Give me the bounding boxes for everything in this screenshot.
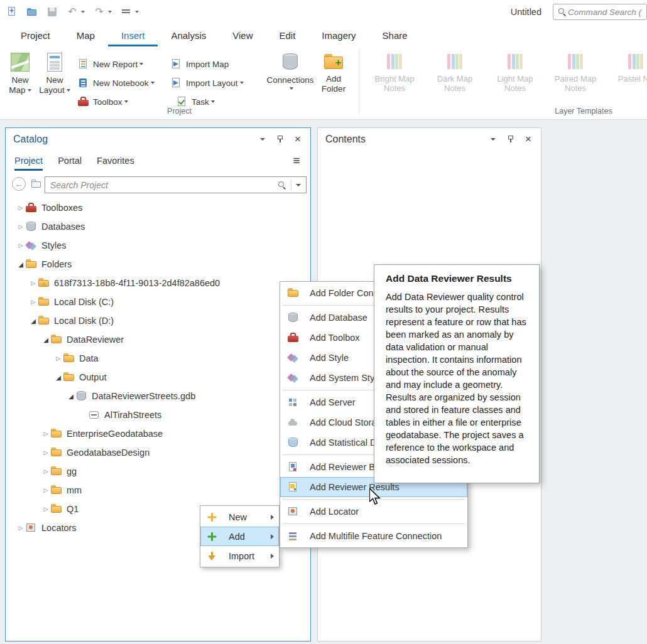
context-menu-item-import[interactable]: Import: [200, 546, 279, 566]
tree-item-data[interactable]: Data: [6, 349, 310, 368]
new-map-button[interactable]: New Map: [5, 50, 35, 110]
pane-options-chevron-icon[interactable]: [258, 134, 268, 144]
ribbon-tab-label: Map: [77, 30, 95, 41]
layer-template-item[interactable]: Light Map Notes: [487, 50, 543, 110]
submenu-arrow-icon: [271, 534, 274, 539]
layer-template-item[interactable]: Dark Map Notes: [427, 50, 482, 110]
menu-item-icon: [288, 353, 298, 363]
submenu-arrow-icon: [271, 554, 274, 559]
menu-item-label: Add Style: [310, 353, 349, 363]
new-report-button[interactable]: New Report: [78, 55, 143, 73]
expander-icon[interactable]: [53, 355, 63, 362]
new-project-icon[interactable]: [6, 6, 18, 18]
ribbon-tab-insert[interactable]: Insert: [108, 24, 158, 46]
expander-icon[interactable]: [41, 449, 51, 456]
expander-icon[interactable]: [28, 280, 38, 286]
layer-template-label: Dark Map Notes: [427, 74, 482, 93]
ribbon-tab-edit[interactable]: Edit: [266, 24, 309, 46]
context-menu-item-add[interactable]: Add: [200, 527, 279, 546]
menu-hamburger-icon[interactable]: [290, 154, 303, 168]
redo-icon[interactable]: [94, 6, 105, 18]
expander-icon[interactable]: [16, 205, 26, 211]
ribbon-tab-view[interactable]: View: [219, 24, 266, 46]
menu-item-icon: [288, 333, 298, 343]
undo-dropdown-chevron-icon[interactable]: [81, 11, 85, 13]
expander-icon[interactable]: [41, 336, 51, 343]
connections-button[interactable]: Connections: [268, 50, 313, 110]
menu-item-add-multifile-feature-connection[interactable]: Add Multifile Feature Connection: [280, 526, 467, 546]
customize-dropdown-chevron-icon[interactable]: [135, 11, 139, 13]
save-project-icon[interactable]: [46, 6, 58, 18]
pin-icon[interactable]: [275, 134, 285, 144]
catalog-tab-favorites[interactable]: Favorites: [97, 151, 134, 171]
catalog-tab-project[interactable]: Project: [14, 151, 43, 171]
tree-item-altirahstreets[interactable]: AlTirahStreets: [6, 405, 310, 424]
ribbon-tab-project[interactable]: Project: [8, 24, 63, 46]
ribbon-tab-analysis[interactable]: Analysis: [158, 24, 219, 46]
tree-item-local-disk-c[interactable]: Local Disk (C:): [6, 292, 310, 311]
tree-item-enterprisegeodatabase[interactable]: EnterpriseGeodatabase: [6, 424, 310, 443]
command-search-box[interactable]: [553, 4, 647, 20]
tree-item-folders[interactable]: Folders: [6, 255, 310, 274]
pin-icon[interactable]: [506, 134, 516, 144]
tree-item-mm[interactable]: mm: [6, 481, 310, 500]
expander-icon[interactable]: [41, 468, 51, 475]
ribbon-tab-share[interactable]: Share: [369, 24, 421, 46]
tree-item-gg[interactable]: gg: [6, 462, 310, 481]
catalog-search-box[interactable]: [45, 176, 307, 193]
undo-icon[interactable]: [67, 6, 78, 18]
add-folder-button[interactable]: Add Folder: [315, 50, 352, 110]
tree-item-label: gg: [67, 466, 77, 476]
menu-item-label: Add System Style: [310, 373, 381, 383]
tree-item-project-home-folder[interactable]: 618f7313-18b8-4f11-9013-2d4f82a86ed0: [6, 274, 310, 292]
search-options-chevron-icon[interactable]: [296, 184, 301, 186]
layer-template-item[interactable]: Bright Map Notes: [367, 50, 422, 110]
location-folder-icon[interactable]: [31, 180, 41, 190]
close-icon[interactable]: [293, 134, 303, 144]
expander-icon[interactable]: [41, 506, 51, 512]
layer-template-item[interactable]: Pastel No: [608, 50, 647, 110]
command-search-input[interactable]: [567, 7, 646, 18]
catalog-tab-portal[interactable]: Portal: [58, 151, 82, 171]
expander-icon[interactable]: [16, 223, 26, 230]
tree-item-datareviewer[interactable]: DataReviewer: [6, 330, 310, 349]
expander-icon[interactable]: [16, 242, 26, 249]
customize-quick-access-icon[interactable]: [121, 6, 132, 18]
context-menu-item-new[interactable]: New: [200, 507, 279, 527]
redo-dropdown-chevron-icon[interactable]: [108, 11, 112, 13]
expander-icon[interactable]: [28, 299, 38, 305]
layer-template-icon: [628, 54, 643, 69]
new-layout-button[interactable]: New Layout: [38, 50, 72, 110]
expander-icon[interactable]: [28, 318, 38, 325]
back-arrow-icon[interactable]: [12, 177, 26, 191]
tree-item-databases[interactable]: Databases: [6, 217, 310, 236]
tree-item-toolboxes[interactable]: Toolboxes: [6, 198, 310, 217]
tree-item-datareviewerstreets-gdb[interactable]: DataReviewerStreets.gdb: [6, 387, 310, 405]
expander-icon[interactable]: [41, 487, 51, 493]
tree-item-styles[interactable]: Styles: [6, 236, 310, 255]
expander-icon[interactable]: [41, 431, 51, 437]
layer-template-item[interactable]: Paired Map Notes: [548, 50, 603, 110]
context-menu-item-icon: [207, 512, 217, 522]
ribbon-tab-map[interactable]: Map: [63, 24, 108, 46]
catalog-search-input[interactable]: [45, 180, 278, 190]
import-map-button[interactable]: Import Map: [171, 55, 229, 73]
tree-item-output[interactable]: Output: [6, 368, 310, 387]
tree-item-geodatabasedesign[interactable]: GeodatabaseDesign: [6, 443, 310, 462]
close-icon[interactable]: [523, 134, 533, 144]
tree-item-local-disk-d[interactable]: Local Disk (D:): [6, 311, 310, 330]
new-layout-label: New Layout: [38, 75, 72, 95]
chevron-down-icon: [67, 89, 70, 92]
new-notebook-button[interactable]: New Notebook: [78, 74, 155, 92]
open-project-icon[interactable]: [26, 6, 38, 18]
expander-icon[interactable]: [16, 525, 26, 531]
expander-icon[interactable]: [53, 374, 63, 381]
expander-icon[interactable]: [66, 393, 76, 400]
import-layout-button[interactable]: Import Layout: [171, 74, 244, 92]
tree-item-icon: [51, 504, 62, 514]
expander-icon[interactable]: [16, 261, 26, 268]
pane-options-chevron-icon[interactable]: [488, 134, 498, 144]
ribbon-tab-imagery[interactable]: Imagery: [308, 24, 369, 46]
ribbon: New Map New Layout New Report New Notebo…: [0, 46, 647, 120]
layer-template-label: Pastel No: [618, 74, 647, 83]
